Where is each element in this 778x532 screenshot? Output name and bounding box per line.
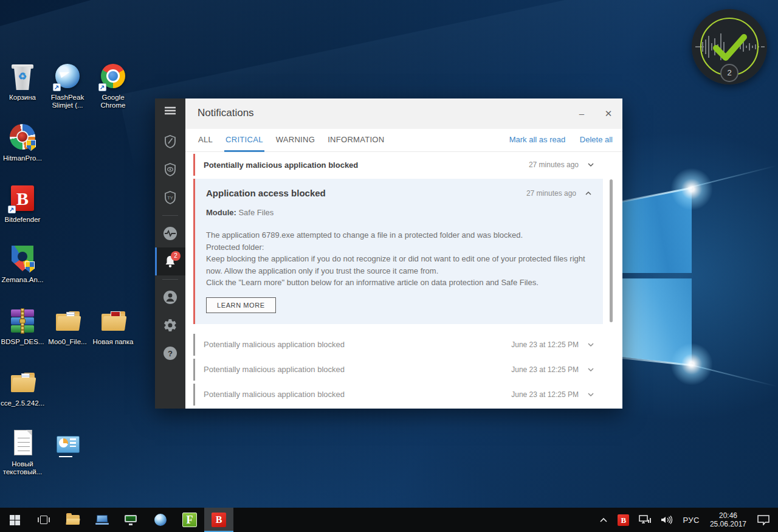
notification-title: Potentially malicious application blocke… (204, 340, 511, 349)
tray-volume-button[interactable] (658, 508, 676, 532)
chevron-down-icon[interactable] (587, 161, 594, 168)
notification-title: Potentially malicious application blocke… (204, 161, 529, 170)
file-explorer-icon (66, 515, 80, 525)
desktop-icon-moo0-folder[interactable]: Moo0_File... (44, 306, 91, 346)
notification-expanded-card: Application access blocked 27 minutes ag… (193, 179, 603, 324)
desktop-icon-bdsp-archive[interactable]: BDSP_DES... (0, 306, 46, 346)
sidebar-item-privacy[interactable] (155, 156, 185, 184)
chevron-down-icon[interactable] (587, 391, 594, 398)
globe-icon (154, 514, 167, 526)
folder-icon (98, 306, 128, 336)
browser-globe-button[interactable] (146, 508, 175, 532)
desktop-icon-bitdefender[interactable]: B Bitdefender (0, 184, 46, 224)
active-item-accent (155, 247, 157, 275)
zemana-icon (8, 244, 37, 274)
notification-row[interactable]: Potentially malicious application blocke… (193, 334, 603, 356)
console-monitor-button[interactable] (117, 508, 146, 532)
learn-more-button[interactable]: LEARN MORE (206, 297, 276, 313)
notification-title: Potentially malicious application blocke… (204, 390, 511, 399)
minimize-button[interactable]: – (573, 105, 591, 123)
desktop-icon-text-document[interactable]: Новыйтекстовый... (0, 429, 46, 476)
action-center-button[interactable] (754, 508, 773, 532)
sidebar-item-settings[interactable] (155, 311, 185, 339)
taskbar: F B B РУС 20:46 25.06.2017 (0, 508, 778, 532)
network-icon (639, 515, 651, 525)
notification-title: Application access blocked (206, 188, 526, 198)
shortcut-arrow-icon (53, 83, 61, 91)
scrollbar-thumb[interactable] (610, 179, 613, 322)
chevron-down-icon[interactable] (587, 366, 594, 373)
sidebar-item-tools[interactable]: TY (155, 184, 185, 212)
sidebar-item-protection[interactable] (155, 128, 185, 156)
tray-network-button[interactable] (636, 508, 654, 532)
desktop-icon-recycle-bin[interactable]: ♻ Корзина (0, 62, 46, 102)
sidebar-divider (162, 215, 178, 216)
tray-clock[interactable]: 20:46 25.06.2017 (706, 508, 750, 532)
notification-row[interactable]: Potentially malicious application blocke… (193, 154, 603, 176)
delete-all-link[interactable]: Delete all (580, 135, 613, 144)
desktop-icon-zemana[interactable]: Zemana.An... (0, 244, 46, 284)
chevron-up-icon[interactable] (585, 190, 592, 197)
this-pc-button[interactable] (88, 508, 117, 532)
window-title: Notifications (198, 107, 254, 119)
tray-time: 20:46 (710, 511, 746, 520)
tray-bitdefender-button[interactable]: B (614, 508, 632, 532)
chevron-up-icon (599, 517, 608, 523)
flashpeak-app-button[interactable]: F (175, 508, 204, 532)
pc-monitor-icon (95, 515, 109, 525)
notification-time: 27 minutes ago (526, 189, 576, 198)
start-button[interactable] (0, 508, 29, 532)
desktop-icon-control-panel[interactable] (44, 430, 91, 462)
tray-hidden-icons-button[interactable] (596, 508, 611, 532)
folder-icon (8, 368, 37, 397)
tab-warning[interactable]: WARNING (276, 129, 315, 152)
tab-information[interactable]: INFORMATION (328, 129, 384, 152)
notification-row[interactable]: Potentially malicious application blocke… (193, 359, 603, 381)
control-panel-icon (53, 430, 82, 460)
slimjet-globe-icon (53, 62, 82, 91)
module-value: Safe Files (238, 208, 274, 217)
desktop-icon-cce-folder[interactable]: cce_2.5.242... (0, 368, 46, 407)
sidebar-item-account[interactable] (155, 283, 185, 311)
task-view-button[interactable] (29, 508, 58, 532)
tab-critical[interactable]: CRITICAL (225, 129, 263, 152)
sidebar-item-notifications[interactable]: 2 (155, 247, 185, 275)
module-label: Module: (206, 208, 236, 217)
menu-hamburger-button[interactable] (155, 98, 185, 123)
bitdefender-icon: B (212, 513, 226, 527)
notification-list: Potentially malicious application blocke… (185, 152, 622, 409)
sidebar-item-help[interactable]: ? (155, 339, 185, 367)
activity-pulse-icon (162, 226, 178, 241)
notification-row[interactable]: Potentially malicious application blocke… (193, 384, 603, 406)
text-document-icon (8, 429, 37, 458)
desktop-icon-hitmanpro[interactable]: HitmanPro... (0, 123, 46, 162)
hamburger-icon (164, 106, 176, 115)
chevron-down-icon[interactable] (587, 341, 594, 348)
shortcut-arrow-icon (98, 83, 106, 91)
gear-icon (163, 318, 177, 333)
tray-date: 25.06.2017 (710, 520, 746, 528)
sidebar-item-activity[interactable] (155, 219, 185, 247)
notifications-count-badge: 2 (171, 251, 181, 261)
mark-all-as-read-link[interactable]: Mark all as read (509, 135, 565, 144)
notification-time: June 23 at 12:25 PM (511, 390, 579, 399)
bitdefender-icon: B (618, 514, 629, 526)
notification-row-clipped[interactable] (193, 409, 603, 409)
f-app-icon: F (182, 513, 197, 527)
winrar-archive-icon (8, 306, 37, 336)
file-explorer-button[interactable] (58, 508, 88, 532)
bitdefender-desktop-widget[interactable]: 2 (692, 5, 769, 90)
hitmanpro-icon (8, 123, 37, 152)
question-icon: ? (162, 345, 178, 361)
desktop-icon-flashpeak-slimjet[interactable]: FlashPeakSlimjet (... (44, 62, 91, 109)
desktop-icon-new-folder[interactable]: Новая папка (90, 306, 136, 346)
account-person-icon (162, 289, 178, 305)
widget-event-count-badge[interactable]: 2 (720, 64, 738, 82)
bitdefender-sidebar: TY 2 ? (155, 98, 185, 409)
tray-language-indicator[interactable]: РУС (680, 508, 703, 532)
close-button[interactable]: ✕ (599, 105, 618, 123)
notification-time: June 23 at 12:25 PM (511, 340, 579, 349)
bitdefender-taskbar-button[interactable]: B (204, 508, 233, 532)
desktop-icon-google-chrome[interactable]: GoogleChrome (90, 62, 136, 109)
tab-all[interactable]: ALL (198, 129, 213, 152)
